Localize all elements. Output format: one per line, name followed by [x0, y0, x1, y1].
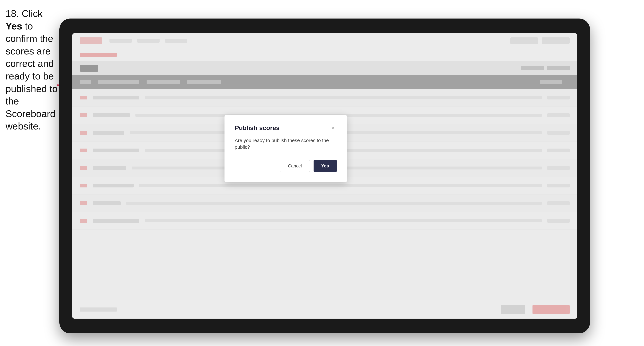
- tablet-screen: Publish scores × Are you ready to publis…: [72, 33, 577, 319]
- dialog-title: Publish scores: [235, 124, 280, 132]
- dialog-header: Publish scores ×: [235, 124, 337, 132]
- dialog-cancel-button[interactable]: Cancel: [280, 160, 310, 172]
- dialog-close-button[interactable]: ×: [329, 124, 337, 132]
- yes-emphasis: Yes: [6, 21, 22, 31]
- publish-scores-dialog: Publish scores × Are you ready to publis…: [224, 115, 347, 182]
- tablet-device: Publish scores × Are you ready to publis…: [59, 18, 590, 334]
- step-number: 18.: [6, 8, 19, 19]
- instruction-suffix: to confirm the scores are correct and re…: [6, 21, 58, 132]
- dialog-footer: Cancel Yes: [235, 160, 337, 172]
- dialog-body-text: Are you ready to publish these scores to…: [235, 137, 337, 151]
- dialog-yes-button[interactable]: Yes: [314, 160, 337, 172]
- instruction-text: 18. Click Yes to confirm the scores are …: [6, 7, 59, 133]
- modal-overlay: Publish scores × Are you ready to publis…: [72, 33, 577, 319]
- instruction-prefix: Click: [19, 8, 42, 19]
